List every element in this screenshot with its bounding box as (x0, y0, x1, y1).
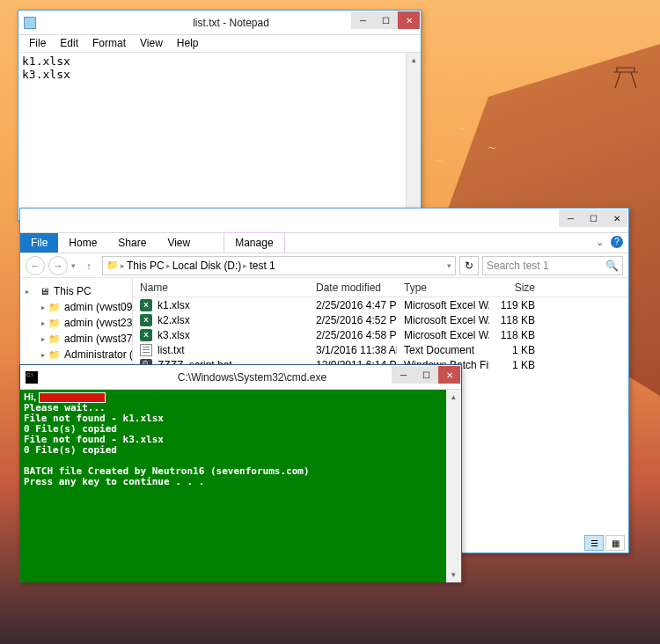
file-row[interactable]: k3.xlsx2/25/2016 4:58 PMMicrosoft Excel … (133, 327, 628, 342)
excel-icon (140, 299, 152, 311)
file-date: 3/1/2016 11:38 AM (309, 344, 397, 356)
file-name: k3.xlsx (158, 329, 190, 341)
tree-label: admin (vwst09) (64, 301, 133, 313)
file-row[interactable]: k2.xlsx2/25/2016 4:52 PMMicrosoft Excel … (133, 312, 628, 327)
notepad-editor[interactable] (18, 53, 406, 220)
address-bar[interactable]: ▸ This PC ▸ Local Disk (D:) ▸ test 1 ▾ (102, 256, 456, 275)
forward-button[interactable]: → (48, 256, 68, 275)
view-icons-button[interactable]: ▦ (605, 535, 625, 551)
breadcrumb-this-pc[interactable]: This PC (127, 260, 165, 272)
minimize-button[interactable]: ─ (351, 11, 374, 29)
tab-home[interactable]: Home (58, 233, 107, 252)
search-input[interactable]: Search test 1 🔍 (482, 256, 623, 275)
menu-view[interactable]: View (133, 35, 170, 52)
file-row[interactable]: list.txt3/1/2016 11:38 AMText Document1 … (133, 342, 628, 357)
cmd-console[interactable]: Hi, Please wait... File not found - k1.x… (20, 390, 461, 582)
file-type: Microsoft Excel W... (397, 329, 489, 341)
file-size: 1 KB (489, 344, 542, 356)
menu-file[interactable]: File (22, 35, 53, 52)
cmd-scrollbar[interactable]: ▴ ▾ (446, 390, 461, 582)
explorer-status: ☰ ▦ (584, 535, 625, 551)
maximize-button[interactable]: ☐ (374, 11, 397, 29)
chevron-down-icon[interactable]: ▾ (447, 261, 451, 270)
scroll-up-icon[interactable]: ▴ (407, 53, 421, 68)
folder-icon (48, 333, 61, 345)
folder-icon (48, 301, 61, 313)
search-placeholder: Search test 1 (487, 260, 549, 272)
view-details-button[interactable]: ☰ (584, 535, 604, 551)
menu-edit[interactable]: Edit (53, 35, 85, 52)
minimize-button[interactable]: ─ (559, 209, 582, 227)
chevron-right-icon[interactable]: ▸ (243, 261, 247, 270)
explorer-navbar: ← → ▾ ↑ ▸ This PC ▸ Local Disk (D:) ▸ te… (20, 253, 628, 278)
tree-this-pc[interactable]: ▸ This PC (26, 283, 132, 299)
scroll-down-icon[interactable]: ▾ (446, 567, 461, 582)
close-button[interactable]: ✕ (605, 209, 627, 227)
tree-node[interactable]: ▸admin (vwst09) (41, 299, 132, 315)
tree-label: Administrator (v (64, 348, 133, 361)
redacted-block (39, 392, 106, 403)
explorer-titlebar[interactable]: ─ ☐ ✕ (20, 209, 628, 233)
col-type[interactable]: Type (397, 278, 489, 296)
menu-help[interactable]: Help (170, 35, 206, 52)
notepad-menubar: File Edit Format View Help (18, 35, 421, 53)
tree-expand-icon[interactable]: ▸ (41, 319, 45, 327)
minimize-button[interactable]: ─ (392, 366, 414, 384)
txt-icon (140, 344, 152, 356)
notepad-titlebar[interactable]: list.txt - Notepad ─ ☐ ✕ (18, 11, 421, 35)
tree-label: admin (vwst23) (64, 317, 133, 329)
bird-graphic: ~ (436, 154, 443, 168)
file-size: 118 KB (489, 329, 542, 341)
watchtower-graphic (607, 63, 644, 90)
breadcrumb-drive[interactable]: Local Disk (D:) (172, 260, 242, 272)
file-row[interactable]: k1.xlsx2/25/2016 4:47 PMMicrosoft Excel … (133, 297, 628, 312)
close-button[interactable]: ✕ (397, 11, 420, 29)
tree-expand-icon[interactable]: ▸ (26, 288, 34, 296)
file-size: 1 KB (489, 359, 542, 371)
tree-node[interactable]: ▸admin (vwst37) (41, 331, 132, 347)
tree-label: This PC (54, 285, 92, 297)
breadcrumb-folder[interactable]: test 1 (249, 260, 275, 272)
file-name: k1.xlsx (158, 299, 190, 311)
refresh-button[interactable]: ↻ (459, 256, 479, 275)
col-name[interactable]: Name (133, 278, 309, 296)
maximize-button[interactable]: ☐ (414, 366, 437, 384)
file-size: 119 KB (489, 299, 542, 311)
menu-format[interactable]: Format (85, 35, 133, 52)
bird-graphic: ~ (458, 121, 465, 135)
tab-file[interactable]: File (20, 233, 58, 252)
col-size[interactable]: Size (489, 278, 542, 296)
folder-icon (48, 317, 61, 329)
maximize-button[interactable]: ☐ (582, 209, 605, 227)
tree-node[interactable]: ▸Administrator (v (41, 347, 132, 362)
file-type: Microsoft Excel W... (397, 299, 489, 311)
tree-label: admin (vwst37) (64, 333, 133, 345)
tab-manage[interactable]: Manage (224, 232, 284, 252)
tree-expand-icon[interactable]: ▸ (41, 304, 45, 311)
tab-view[interactable]: View (157, 233, 201, 252)
file-date: 2/25/2016 4:52 PM (309, 314, 397, 326)
col-date[interactable]: Date modified (309, 278, 397, 296)
cmd-icon (26, 371, 38, 384)
chevron-right-icon[interactable]: ▸ (166, 261, 171, 270)
ribbon-expand-icon[interactable]: ⌄ (596, 237, 604, 248)
help-icon[interactable]: ? (611, 236, 623, 248)
tree-expand-icon[interactable]: ▸ (41, 351, 45, 359)
cmd-titlebar[interactable]: C:\Windows\System32\cmd.exe ─ ☐ ✕ (20, 365, 461, 390)
ribbon-tabs: File Home Share View Manage ⌄ ? (20, 233, 628, 253)
back-button[interactable]: ← (26, 256, 45, 275)
file-size: 118 KB (489, 314, 542, 326)
file-type: Text Document (397, 344, 489, 356)
chevron-right-icon[interactable]: ▸ (121, 261, 125, 270)
history-chevron-icon[interactable]: ▾ (71, 261, 76, 270)
tree-node[interactable]: ▸admin (vwst23) (41, 315, 132, 331)
tree-expand-icon[interactable]: ▸ (41, 335, 45, 343)
scroll-up-icon[interactable]: ▴ (446, 390, 461, 405)
notepad-icon (24, 17, 36, 29)
up-button[interactable]: ↑ (79, 256, 99, 275)
tab-share[interactable]: Share (107, 233, 157, 252)
column-headers: Name Date modified Type Size (133, 278, 628, 297)
cmd-window: C:\Windows\System32\cmd.exe ─ ☐ ✕ Hi, Pl… (19, 364, 462, 582)
notepad-scrollbar[interactable]: ▴ ▾ (406, 53, 421, 220)
close-button[interactable]: ✕ (437, 366, 460, 384)
